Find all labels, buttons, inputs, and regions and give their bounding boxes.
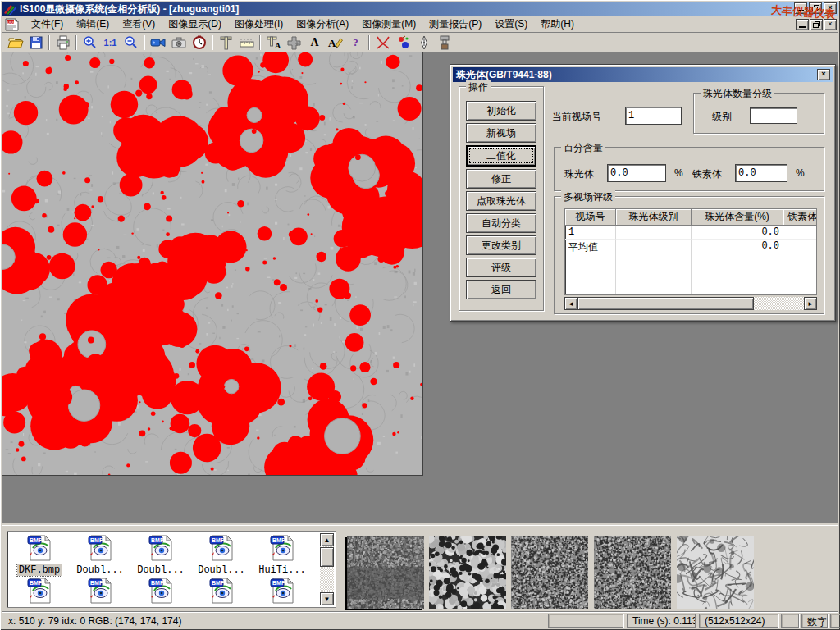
grade-input[interactable] <box>750 107 797 124</box>
scrollbar-thumb[interactable] <box>320 547 334 567</box>
status-empty-panel <box>548 614 623 628</box>
menu-item-4[interactable]: 图像处理(I) <box>228 16 290 33</box>
thumbnail-2[interactable] <box>429 536 506 609</box>
operation-button[interactable]: 点取珠光体 <box>466 191 536 211</box>
operation-button[interactable]: 初始化 <box>466 101 536 121</box>
menu-item-2[interactable]: 查看(V) <box>116 16 162 33</box>
file-item-HuiTi...[interactable]: BMP HuiTi... <box>252 535 313 576</box>
operations: 初始化新视场二值化修正点取珠光体自动分类更改类别评级返回 <box>459 87 543 299</box>
file-item-Doubl...[interactable]: BMP Doubl... <box>191 535 252 576</box>
table-row[interactable] <box>565 253 816 267</box>
dialog-close-button[interactable]: × <box>817 69 830 80</box>
bmp-file-icon: BMP <box>25 535 53 561</box>
table-header-cell[interactable]: 珠光体级别 <box>616 209 692 226</box>
save-icon[interactable] <box>25 34 46 51</box>
operation-button[interactable]: 新视场 <box>466 123 536 143</box>
particles-icon[interactable] <box>393 34 413 51</box>
mdi-close-button[interactable]: × <box>824 19 837 30</box>
pen-icon[interactable] <box>413 34 434 51</box>
menu-item-3[interactable]: 图像显示(D) <box>162 16 228 33</box>
thumbnail-5[interactable] <box>677 536 754 609</box>
help-icon[interactable]: ? <box>345 34 366 51</box>
scrollbar-thumb[interactable] <box>578 297 754 310</box>
annotate-icon[interactable]: A <box>325 34 345 51</box>
zoom-out-icon[interactable] <box>121 34 141 51</box>
file-item-DKF.bmp[interactable]: BMP DKF.bmp <box>9 535 70 576</box>
close-button[interactable]: × <box>824 2 837 14</box>
table-header-cell[interactable]: 珠光体含量(%) <box>692 209 783 226</box>
caliper-icon[interactable] <box>216 34 236 51</box>
text-icon[interactable]: A <box>304 34 325 51</box>
menu-item-5[interactable]: 图像分析(A) <box>290 16 355 33</box>
zoom-in-icon[interactable] <box>80 34 100 51</box>
scroll-up-button[interactable]: ▲ <box>320 533 334 546</box>
table-row[interactable] <box>565 281 816 295</box>
grade-label: 级别 <box>712 110 732 124</box>
file-item[interactable]: BMP <box>70 578 130 606</box>
actual-size-icon[interactable]: 1:1 <box>100 34 121 51</box>
file-item[interactable]: BMP <box>252 578 313 606</box>
table-cell <box>783 226 817 240</box>
table-cell <box>692 267 783 281</box>
menu-item-7[interactable]: 测量报告(P) <box>422 16 488 33</box>
menu-item-8[interactable]: 设置(S) <box>488 16 534 33</box>
curve-tool-icon[interactable] <box>372 34 393 51</box>
file-item[interactable]: BMP <box>191 578 252 606</box>
table-horizontal-scrollbar[interactable]: ◄ ► <box>564 297 817 310</box>
maximize-button[interactable] <box>809 2 822 14</box>
menu-item-9[interactable]: 帮助(H) <box>534 16 581 33</box>
operation-button[interactable]: 修正 <box>466 169 536 189</box>
table-header-cell[interactable]: 铁素体含量(%) <box>783 209 817 226</box>
file-list[interactable]: BMP DKF.bmp BMP Doubl... BMP Doubl... BM… <box>7 531 336 608</box>
table-header-cell[interactable]: 视场号 <box>565 209 616 226</box>
menu-item-6[interactable]: 图像测量(M) <box>355 16 422 33</box>
toolbar-separator <box>212 35 213 50</box>
dialog-title-bar[interactable]: 珠光体(GB/T9441-88) × <box>453 67 833 82</box>
grid-cross-icon[interactable] <box>284 34 304 51</box>
mdi-restore-button[interactable] <box>810 19 823 30</box>
current-field-input[interactable] <box>625 107 682 125</box>
scroll-left-button[interactable]: ◄ <box>564 297 578 310</box>
thumbnail-3[interactable] <box>511 536 588 609</box>
measure-text-icon[interactable]: A <box>263 34 284 51</box>
file-item-Doubl...[interactable]: BMP Doubl... <box>130 535 191 576</box>
table-row[interactable]: 平均值0.0 <box>565 240 816 253</box>
file-item[interactable]: BMP <box>9 578 70 606</box>
scrollbar-track[interactable] <box>754 297 804 310</box>
thumbnail-1[interactable] <box>347 536 424 609</box>
timer-icon[interactable] <box>189 34 209 51</box>
camera-icon[interactable] <box>168 34 189 51</box>
minimize-button[interactable] <box>794 2 807 14</box>
pearlite-percent-input[interactable] <box>607 164 666 182</box>
operation-button[interactable]: 更改类别 <box>466 235 536 255</box>
open-folder-icon[interactable] <box>5 34 25 51</box>
file-item-Doubl...[interactable]: BMP Doubl... <box>70 535 130 576</box>
operation-button[interactable]: 返回 <box>466 280 536 299</box>
pearlite-dialog: 珠光体(GB/T9441-88) × 操作 初始化新视场二值化修正点取珠光体自动… <box>450 64 836 322</box>
menu-bar: DOC 文件(F)编辑(E)查看(V)图像显示(D)图像处理(I)图像分析(A)… <box>2 16 838 33</box>
mdi-minimize-button[interactable] <box>796 19 809 30</box>
ruler-icon[interactable] <box>236 34 257 51</box>
rating-table[interactable]: 视场号珠光体级别珠光体含量(%)铁素体含量(%) 10.0平均值0.0 <box>564 208 817 295</box>
file-item[interactable]: BMP <box>130 578 191 606</box>
scroll-right-button[interactable]: ► <box>804 297 817 310</box>
operation-button[interactable]: 评级 <box>466 258 536 277</box>
menu-item-1[interactable]: 编辑(E) <box>70 16 116 33</box>
operation-button[interactable]: 二值化 <box>466 145 536 167</box>
metallographic-image[interactable] <box>2 52 423 476</box>
scroll-down-button[interactable]: ▼ <box>320 592 334 605</box>
table-cell: 平均值 <box>565 240 616 253</box>
thumbnail-4[interactable] <box>594 536 671 609</box>
cursor-coordinates: x: 510 y: 79 idx: 0 RGB: (174, 174, 174) <box>8 615 181 627</box>
table-row[interactable] <box>565 267 816 281</box>
video-camera-icon[interactable] <box>148 34 168 51</box>
table-row[interactable]: 10.0 <box>565 226 816 240</box>
brush-icon[interactable] <box>434 34 454 51</box>
menu-item-0[interactable]: 文件(F) <box>25 16 70 33</box>
print-icon[interactable] <box>52 34 73 51</box>
ferrite-percent-input[interactable] <box>735 164 788 182</box>
file-list-scrollbar[interactable]: ▲ ▼ <box>320 533 334 605</box>
bmp-file-icon: BMP <box>268 578 296 604</box>
table-header-row: 视场号珠光体级别珠光体含量(%)铁素体含量(%) <box>565 209 816 226</box>
operation-button[interactable]: 自动分类 <box>466 213 536 233</box>
